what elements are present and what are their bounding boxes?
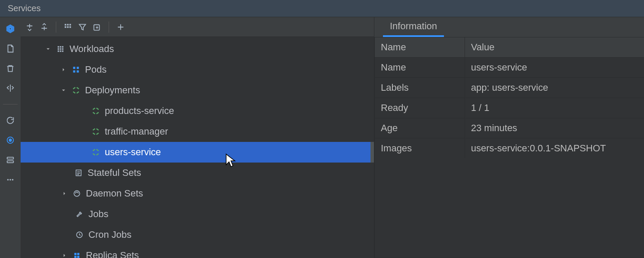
- svg-rect-32: [74, 253, 76, 255]
- chevron-right-icon: [58, 67, 70, 73]
- window-title: Services: [0, 0, 644, 17]
- chevron-right-icon: [58, 190, 70, 197]
- info-key: Name: [375, 58, 465, 77]
- pods-icon: [70, 65, 82, 74]
- svg-rect-16: [58, 46, 59, 47]
- header-value: Value: [465, 37, 644, 57]
- svg-point-30: [74, 190, 79, 196]
- collapse-all-button[interactable]: [39, 22, 50, 33]
- info-row: Ready 1 / 1: [375, 98, 644, 118]
- deployment-icon: [89, 107, 102, 115]
- svg-rect-35: [77, 256, 79, 258]
- tree-item-jobs[interactable]: Jobs: [21, 204, 374, 224]
- svg-rect-33: [77, 253, 79, 255]
- tree-item-daemonsets[interactable]: Daemon Sets: [21, 183, 374, 204]
- tree-item-label: Deployments: [85, 85, 140, 96]
- services-tree: Workloads Pods: [21, 37, 374, 258]
- clock-icon: [73, 230, 86, 239]
- filter-button[interactable]: [77, 22, 88, 33]
- refresh-icon[interactable]: [5, 115, 16, 126]
- chevron-right-icon: [58, 252, 70, 258]
- svg-rect-19: [58, 48, 59, 49]
- tree-item-workloads[interactable]: Workloads: [21, 39, 374, 59]
- daemonset-icon: [70, 189, 83, 198]
- svg-point-1: [9, 28, 12, 30]
- svg-rect-12: [65, 26, 67, 28]
- server-stack-icon[interactable]: [5, 154, 16, 166]
- svg-point-7: [9, 179, 11, 181]
- tree-item-deployments[interactable]: Deployments: [21, 80, 374, 101]
- tree-item-statefulsets[interactable]: Stateful Sets: [21, 163, 374, 183]
- svg-rect-34: [74, 256, 76, 258]
- info-panel: Information Name Value Name users-servic…: [374, 17, 644, 258]
- trash-icon[interactable]: [5, 63, 16, 74]
- hammer-icon: [73, 210, 86, 218]
- tree-item-label: Stateful Sets: [88, 167, 141, 178]
- svg-rect-23: [60, 50, 61, 52]
- info-value: 23 minutes: [465, 118, 644, 138]
- expand-all-button[interactable]: [24, 22, 35, 33]
- svg-rect-17: [60, 46, 61, 47]
- svg-rect-11: [70, 24, 71, 25]
- tree-item-deployment-users[interactable]: users-service: [21, 142, 374, 163]
- svg-rect-9: [65, 24, 67, 25]
- deployment-icon: [89, 148, 102, 157]
- info-key: Age: [375, 118, 465, 138]
- page-icon[interactable]: [5, 43, 16, 54]
- tree-item-pods[interactable]: Pods: [21, 59, 374, 80]
- tree-item-replicasets[interactable]: Replica Sets: [21, 245, 374, 258]
- target-icon[interactable]: [5, 135, 16, 146]
- kubernetes-icon[interactable]: [5, 23, 16, 34]
- svg-rect-26: [77, 67, 79, 69]
- add-service-button[interactable]: [115, 22, 126, 33]
- diff-split-icon[interactable]: [5, 83, 16, 94]
- svg-point-3: [9, 139, 12, 141]
- info-row: Name users-service: [375, 58, 644, 78]
- svg-rect-25: [73, 67, 75, 69]
- tree-item-deployment-traffic[interactable]: traffic-manager: [21, 121, 374, 142]
- tree-item-label: Replica Sets: [86, 250, 139, 258]
- tree-item-label: products-service: [105, 105, 174, 117]
- open-new-tab-button[interactable]: [91, 22, 103, 33]
- grid-icon: [54, 45, 67, 53]
- more-icon[interactable]: [5, 174, 16, 185]
- tree-item-deployment-products[interactable]: products-service: [21, 101, 374, 121]
- svg-rect-13: [67, 26, 69, 28]
- chevron-down-icon: [58, 87, 70, 93]
- tab-label: Information: [390, 21, 437, 31]
- svg-rect-5: [7, 161, 14, 163]
- info-row: Labels app: users-service: [375, 78, 644, 98]
- tree-item-label: Pods: [85, 64, 106, 75]
- svg-rect-10: [67, 24, 69, 25]
- left-icon-bar: [0, 17, 21, 258]
- info-row: Images users-service:0.0.1-SNAPSHOT: [375, 138, 644, 158]
- tree-item-label: users-service: [105, 147, 161, 158]
- svg-rect-22: [58, 50, 59, 52]
- window-title-text: Services: [8, 3, 41, 13]
- tree-item-label: Jobs: [88, 209, 108, 220]
- tab-information[interactable]: Information: [383, 16, 444, 37]
- info-value: app: users-service: [465, 78, 644, 98]
- tree-item-cronjobs[interactable]: Cron Jobs: [21, 224, 374, 245]
- svg-rect-27: [73, 71, 75, 73]
- svg-rect-21: [62, 48, 63, 49]
- tree-item-label: Daemon Sets: [86, 188, 143, 199]
- info-key: Images: [375, 138, 465, 158]
- svg-rect-28: [77, 71, 79, 73]
- chevron-down-icon: [42, 46, 54, 52]
- info-table-header: Name Value: [375, 37, 644, 58]
- svg-point-8: [12, 179, 14, 181]
- group-by-button[interactable]: [62, 22, 73, 33]
- tree-toolbar: [21, 17, 374, 37]
- info-value: users-service:0.0.1-SNAPSHOT: [465, 138, 644, 158]
- info-row: Age 23 minutes: [375, 118, 644, 138]
- svg-rect-20: [60, 48, 61, 49]
- deployment-icon: [70, 86, 82, 95]
- info-key: Labels: [375, 78, 465, 98]
- tree-item-label: Workloads: [70, 43, 114, 55]
- info-key: Ready: [375, 98, 465, 118]
- svg-rect-14: [70, 26, 71, 28]
- tree-item-label: Cron Jobs: [88, 229, 131, 240]
- replicaset-icon: [70, 251, 83, 258]
- deployment-icon: [89, 127, 102, 136]
